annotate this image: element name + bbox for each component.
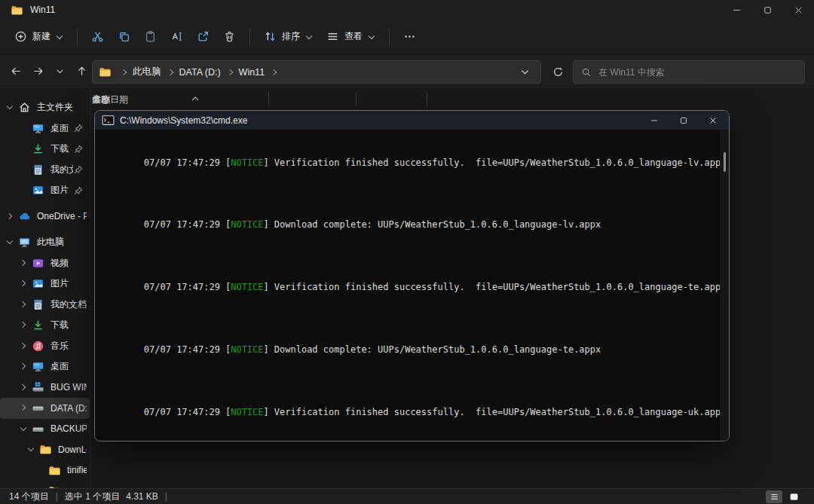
delete-button[interactable] [216, 25, 243, 49]
status-separator: | [56, 491, 58, 502]
tree-chevron-icon[interactable] [20, 425, 28, 433]
folder-icon [99, 66, 112, 78]
rename-button[interactable] [164, 25, 190, 49]
thumbnail-view-button[interactable] [785, 490, 802, 503]
view-button[interactable]: 查看 [320, 25, 382, 49]
pin-icon [73, 185, 84, 196]
cmd-minimize-button[interactable] [639, 111, 669, 130]
tree-chevron-icon[interactable] [20, 362, 28, 371]
column-resize-handle[interactable] [427, 93, 427, 106]
new-button[interactable]: 新建 [8, 25, 70, 49]
document-icon [32, 298, 44, 311]
breadcrumb-item[interactable]: 此电脑 [133, 66, 179, 78]
column-header[interactable]: 大小 [92, 89, 110, 110]
tree-chevron-icon[interactable] [6, 212, 14, 221]
music-icon [32, 340, 44, 353]
arrow-left-icon [11, 66, 22, 77]
sidebar-item-label: 下载 [50, 319, 87, 331]
sidebar-item[interactable]: tinified [0, 460, 90, 481]
sidebar-item[interactable]: 此电脑 [0, 232, 90, 253]
explorer-titlebar[interactable]: Win11 [0, 0, 814, 20]
breadcrumb-item[interactable]: Win11 [239, 67, 283, 78]
back-button[interactable] [6, 61, 26, 81]
tree-chevron-icon[interactable] [6, 103, 14, 111]
sidebar-item-label: 桌面 [50, 360, 87, 373]
minimize-button[interactable] [721, 0, 752, 20]
tree-chevron-icon[interactable] [20, 321, 28, 329]
search-input[interactable] [598, 67, 797, 78]
tree-chevron-icon[interactable] [20, 301, 28, 309]
tree-chevron-icon[interactable] [20, 186, 28, 194]
sidebar-item[interactable]: 下载 [0, 315, 90, 336]
log-level: NOTICE [231, 407, 263, 417]
sort-ascending-icon [191, 90, 199, 95]
sidebar-item[interactable]: OneDrive - Per [0, 206, 90, 228]
column-resize-handle[interactable] [356, 93, 357, 106]
cmd-window-title: C:\Windows\System32\cmd.exe [120, 115, 247, 126]
refresh-button[interactable] [547, 61, 568, 82]
console-scrollbar-thumb[interactable] [724, 152, 726, 172]
recent-locations-button[interactable] [50, 61, 70, 81]
sidebar-item[interactable]: 我的文档 [0, 295, 90, 316]
pictures-icon [32, 277, 44, 290]
folder-icon [39, 443, 52, 456]
cmd-close-button[interactable] [698, 111, 727, 130]
sort-button[interactable]: 排序 [257, 25, 320, 49]
forward-button[interactable] [28, 61, 48, 81]
details-view-button[interactable] [766, 490, 782, 503]
tree-chevron-icon[interactable] [20, 145, 28, 153]
column-resize-handle[interactable] [268, 93, 269, 106]
tree-chevron-icon[interactable] [20, 166, 28, 174]
tree-chevron-icon[interactable] [20, 279, 28, 288]
sidebar-item-label: 下载 [50, 142, 73, 155]
sidebar-item[interactable]: 下载 [0, 139, 90, 160]
cmd-maximize-button[interactable] [669, 111, 698, 130]
address-bar[interactable]: 此电脑 DATA (D:) Win11 [92, 60, 541, 84]
sidebar-item[interactable]: BUG WIN (C:) [0, 377, 90, 399]
sidebar-item-label: 音乐 [50, 340, 87, 353]
sidebar-item[interactable]: 音乐 [0, 336, 90, 357]
sidebar-item[interactable]: 图片 [0, 273, 90, 295]
ellipsis-icon [403, 30, 416, 43]
sidebar-item[interactable]: 视频 [0, 253, 90, 274]
address-dropdown-button[interactable] [519, 66, 531, 78]
tree-chevron-icon[interactable] [20, 342, 28, 350]
sidebar-item[interactable]: 主文件夹 [0, 97, 90, 118]
pin-icon [73, 164, 84, 175]
log-message: Verification finished successfully. file… [274, 157, 727, 168]
log-message: Download complete: UUPs/WeatherStub_1.0.… [274, 219, 601, 230]
console-scrollbar-track[interactable] [720, 130, 729, 441]
tree-chevron-icon[interactable] [20, 124, 28, 133]
sidebar-item[interactable]: 桌面 [0, 118, 90, 139]
sidebar-item[interactable]: DATA (D:) [0, 398, 90, 419]
paste-button[interactable] [137, 25, 164, 49]
plus-circle-icon [14, 30, 27, 43]
close-button[interactable] [783, 0, 814, 20]
sidebar-item[interactable]: 我的文档 [0, 160, 90, 181]
tree-chevron-icon[interactable] [27, 445, 35, 454]
tree-chevron-icon[interactable] [20, 383, 28, 392]
tree-chevron-icon[interactable] [36, 466, 44, 475]
command-bar: 新建 [0, 20, 814, 54]
sidebar-item[interactable] [0, 481, 90, 488]
tree-chevron-icon[interactable] [20, 404, 28, 412]
search-box[interactable] [573, 60, 805, 84]
share-button[interactable] [190, 25, 216, 49]
log-bracket: ] [264, 344, 269, 355]
sidebar-item[interactable]: BACKUP (E:) [0, 419, 90, 440]
tree-chevron-icon[interactable] [6, 238, 14, 246]
more-options-button[interactable] [396, 25, 423, 49]
up-button[interactable] [72, 61, 92, 81]
sidebar-item[interactable]: 桌面 [0, 356, 90, 377]
download-icon [32, 142, 44, 155]
tree-chevron-icon[interactable] [20, 259, 28, 267]
drive-windows-icon [32, 381, 44, 394]
copy-button[interactable] [111, 25, 137, 49]
maximize-button[interactable] [752, 0, 783, 20]
sidebar-item[interactable]: 图片 [0, 180, 90, 201]
breadcrumb-item[interactable]: DATA (D:) [179, 67, 239, 78]
log-level: NOTICE [231, 344, 263, 355]
sidebar-item[interactable]: DownLoad T [0, 439, 90, 460]
cut-button[interactable] [84, 25, 111, 49]
cmd-titlebar[interactable]: C:\Windows\System32\cmd.exe [95, 111, 729, 130]
